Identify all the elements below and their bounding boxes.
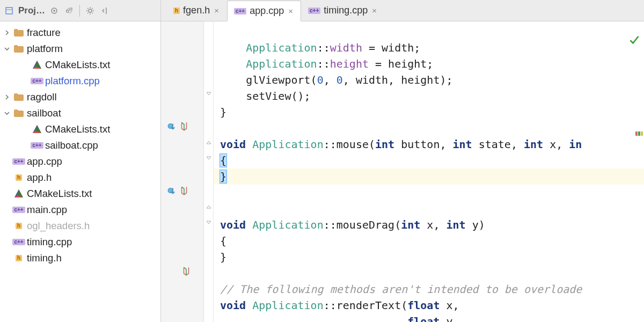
code-token: y, (440, 315, 459, 322)
close-icon[interactable]: × (213, 6, 220, 15)
hide-panel-icon[interactable] (99, 5, 111, 17)
code-token: = height; (369, 57, 433, 70)
code-token: { (220, 235, 226, 247)
tree-item[interactable]: c++main.cpp (0, 202, 160, 218)
cmake-icon (31, 59, 43, 71)
fold-column (204, 21, 214, 322)
code-token: , (324, 74, 336, 86)
folder-icon (13, 107, 25, 119)
fold-handle-icon[interactable] (205, 90, 213, 98)
h-icon: h (13, 172, 25, 184)
svg-point-4 (89, 9, 92, 12)
tree-item[interactable]: ragdoll (0, 89, 160, 105)
code-token: int (524, 138, 543, 151)
editor-right-marker[interactable] (635, 129, 644, 133)
code-token: ( (369, 138, 375, 151)
tree-item-label: ragdoll (27, 91, 57, 103)
override-marker-icon[interactable] (167, 121, 197, 131)
code-token: } (220, 251, 226, 264)
tree-item-label: app.cpp (27, 156, 62, 167)
collapse-all-icon[interactable] (63, 5, 75, 17)
tree-item[interactable]: c++timing.cpp (0, 234, 160, 250)
tree-item-label: app.h (27, 172, 52, 184)
tree-item-label: timing.cpp (27, 236, 72, 248)
code-token: glViewport( (220, 74, 317, 86)
tree-item-label: ogl_headers.h (27, 220, 90, 232)
svg-point-5 (168, 124, 173, 129)
code-token: x, (420, 218, 446, 231)
tab-timing-cpp[interactable]: c++ timing.cpp × (301, 0, 385, 21)
code-token: } (220, 106, 226, 119)
tree-item[interactable]: c++platform.cpp (0, 73, 160, 89)
cpp-icon: c++ (31, 140, 43, 151)
inspection-ok-icon[interactable] (629, 34, 640, 47)
fold-handle-icon[interactable] (205, 219, 213, 226)
code-token: Application (252, 218, 323, 231)
code-token: renderText (336, 299, 401, 312)
tree-item-label: CMakeLists.txt (45, 59, 110, 71)
close-icon[interactable]: × (371, 6, 378, 15)
fold-handle-icon[interactable] (205, 155, 213, 162)
code-token: state, (472, 138, 524, 151)
scroll-from-source-icon[interactable] (48, 5, 60, 17)
tab-fgen-h[interactable]: h fgen.h × (166, 0, 227, 21)
tree-item[interactable]: CMakeLists.txt (0, 186, 160, 202)
folder-icon (13, 91, 25, 103)
code-token: width (330, 41, 362, 54)
code-token: float (407, 299, 440, 312)
code-token: height (330, 57, 369, 70)
code-token: { (220, 154, 226, 167)
code-token: mouse (336, 138, 369, 151)
fold-handle-icon[interactable] (205, 138, 213, 146)
gutter (161, 21, 204, 322)
code-token: int (446, 218, 465, 231)
editor-tabs: h fgen.h × c++ app.cpp × c++ timing.cpp … (161, 0, 644, 21)
code-token: setView(); (220, 90, 311, 103)
tree-item-label: timing.h (27, 252, 62, 264)
tree-item[interactable]: c++app.cpp (0, 153, 160, 170)
code-token: x, (543, 138, 569, 151)
tree-item[interactable]: platform (0, 41, 160, 57)
tree-item[interactable]: CMakeLists.txt (0, 121, 160, 137)
tree-item-label: sailboat (27, 107, 61, 119)
cpp-icon: c++ (31, 75, 43, 87)
code-editor[interactable]: Application::width = width; Application:… (161, 21, 644, 322)
tree-item[interactable]: htiming.h (0, 250, 160, 266)
code-area[interactable]: Application::width = width; Application:… (214, 21, 644, 322)
code-token: ( (401, 299, 407, 312)
code-token: void (220, 299, 246, 312)
fold-handle-icon[interactable] (205, 203, 213, 210)
tab-label: fgen.h (183, 5, 210, 16)
tree-item-label: CMakeLists.txt (45, 123, 110, 135)
cmake-icon (13, 188, 25, 200)
toolbar-divider (79, 5, 80, 17)
override-marker-icon[interactable] (167, 186, 197, 195)
cpp-file-icon: c++ (234, 8, 246, 14)
cmake-icon (31, 123, 43, 135)
project-panel-icon (3, 5, 15, 17)
tree-item-label: CMakeLists.txt (27, 188, 92, 200)
tab-app-cpp[interactable]: c++ app.cpp × (227, 1, 301, 21)
tree-item[interactable]: fracture (0, 25, 160, 41)
code-token: Application (252, 138, 323, 151)
code-token: float (407, 315, 440, 322)
folder-icon (13, 27, 25, 39)
tree-item[interactable]: happ.h (0, 170, 160, 186)
gear-icon[interactable] (84, 5, 96, 17)
project-tree[interactable]: fractureplatformCMakeLists.txtc++platfor… (0, 21, 161, 322)
close-icon[interactable]: × (287, 6, 294, 16)
code-token: void (220, 218, 246, 231)
project-panel-title: Proj… (18, 5, 45, 16)
tree-item[interactable]: hogl_headers.h (0, 218, 160, 234)
tree-item-label: platform (27, 43, 63, 55)
code-token: y) (466, 218, 485, 231)
project-panel-header: Proj… (0, 0, 161, 21)
code-token: button, (394, 138, 452, 151)
code-token: 0 (336, 74, 343, 86)
tree-item[interactable]: c++sailboat.cpp (0, 137, 160, 153)
svg-point-3 (53, 10, 55, 12)
tree-item[interactable]: sailboat (0, 105, 160, 121)
tree-item[interactable]: CMakeLists.txt (0, 57, 160, 73)
tree-item-label: sailboat.cpp (45, 140, 98, 151)
code-token: Application (252, 299, 323, 312)
